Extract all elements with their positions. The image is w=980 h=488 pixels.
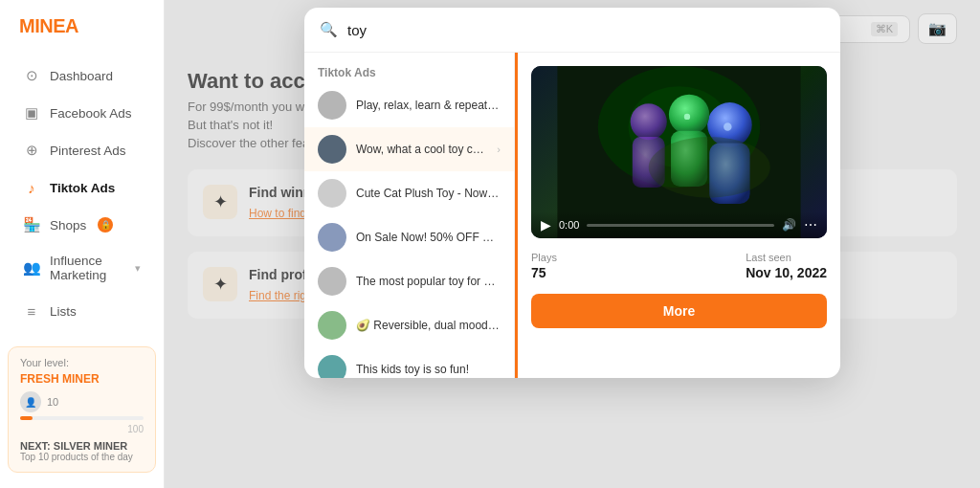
result-avatar — [318, 355, 346, 378]
sidebar-item-influence-marketing[interactable]: 👥 Influence Marketing ▾ — [8, 244, 156, 292]
dashboard-icon: ⊙ — [23, 67, 40, 84]
sidebar-item-label: Dashboard — [50, 69, 113, 83]
xp-fill — [20, 416, 33, 420]
sidebar-item-label: Facebook Ads — [50, 106, 132, 121]
video-more-icon[interactable]: ⋯ — [804, 217, 817, 233]
main-content: 🔍 ⌘K 📷 Want to access Tiktok ac For 99$/… — [165, 0, 980, 488]
sidebar-item-shops[interactable]: 🏪 Shops 🔒 — [8, 207, 156, 243]
svg-point-5 — [724, 122, 731, 130]
plays-col: Plays 75 — [531, 252, 557, 280]
sidebar-item-label: Shops — [50, 218, 86, 233]
pinterest-icon: ⊕ — [23, 142, 40, 159]
result-avatar — [318, 91, 346, 120]
video-progress-bar[interactable] — [587, 224, 774, 227]
result-item[interactable]: The most popular toy for dogs! This is t… — [304, 259, 514, 303]
logo-accent: A — [65, 15, 78, 36]
sidebar-item-label: Tiktok Ads — [50, 181, 115, 195]
result-item[interactable]: This kids toy is so fun! — [304, 347, 514, 378]
dropdown-body: Tiktok Ads Play, relax, learn & repeat. … — [304, 53, 840, 378]
dropdown-preview: ▶ 0:00 🔊 ⋯ Plays 75 Last — [518, 53, 840, 378]
video-controls: ▶ 0:00 🔊 ⋯ — [531, 211, 827, 238]
preview-meta: Plays 75 Last seen Nov 10, 2022 — [531, 252, 827, 280]
user-avatar-row: 👤 10 — [20, 391, 144, 412]
dropdown-search-icon: 🔍 — [320, 21, 338, 38]
next-level: NEXT: SILVER MINER — [20, 440, 144, 452]
xp-range: 100 — [20, 424, 144, 434]
last-seen-label: Last seen — [746, 252, 827, 263]
user-level-card: Your level: FRESH MINER 👤 10 100 NEXT: S… — [8, 346, 156, 473]
sidebar-item-lists[interactable]: ≡ Lists — [8, 293, 156, 329]
svg-point-9 — [631, 103, 667, 140]
shops-icon: 🏪 — [23, 216, 40, 233]
result-text: This kids toy is so fun! — [356, 363, 501, 376]
svg-point-8 — [684, 114, 690, 120]
sidebar-bottom: Your level: FRESH MINER 👤 10 100 NEXT: S… — [0, 335, 164, 488]
logo-text: MINEA — [19, 15, 78, 37]
influence-icon: 👥 — [23, 259, 40, 277]
chevron-right-icon: › — [497, 144, 501, 155]
result-item[interactable]: 🥑 Reversible, dual mood avocado stuffy a… — [304, 303, 514, 347]
sidebar-item-label: Influence Marketing — [50, 254, 125, 282]
dropdown-search-bar: 🔍 — [304, 8, 840, 53]
result-avatar — [318, 311, 346, 340]
result-item[interactable]: Play, relax, learn & repeat. Try new toy… — [304, 83, 514, 127]
user-level-label: Your level: — [20, 357, 144, 368]
tiktok-icon: ♪ — [23, 179, 40, 196]
user-xp: 10 — [47, 396, 58, 408]
result-item[interactable]: Cute Cat Plush Toy - Now Available on Sa… — [304, 171, 514, 215]
result-item[interactable]: Wow, what a cool toy car! I need it in .… — [304, 127, 514, 171]
shops-lock-badge: 🔒 — [98, 217, 113, 233]
result-text: Wow, what a cool toy car! I need it in .… — [356, 143, 487, 156]
avatar: 👤 — [20, 391, 41, 412]
search-dropdown: 🔍 Tiktok Ads Play, relax, learn & repeat… — [304, 8, 840, 378]
sidebar-item-label: Pinterest Ads — [50, 144, 126, 158]
facebook-icon: ▣ — [23, 104, 40, 122]
result-avatar — [318, 223, 346, 252]
plays-value: 75 — [531, 265, 557, 280]
result-avatar — [318, 267, 346, 296]
plays-label: Plays — [531, 252, 557, 263]
volume-icon[interactable]: 🔊 — [782, 218, 796, 232]
sidebar-item-dashboard[interactable]: ⊙ Dashboard — [8, 57, 156, 94]
last-seen-value: Nov 10, 2022 — [746, 265, 827, 280]
lists-icon: ≡ — [23, 302, 40, 320]
preview-video: ▶ 0:00 🔊 ⋯ — [531, 66, 827, 238]
user-level-name: FRESH MINER — [20, 372, 144, 386]
more-button[interactable]: More — [531, 294, 827, 328]
sidebar-item-facebook-ads[interactable]: ▣ Facebook Ads — [8, 95, 156, 131]
dropdown-search-input[interactable] — [347, 22, 825, 38]
chevron-down-icon: ▾ — [135, 262, 141, 275]
logo-main: MINE — [19, 15, 65, 36]
sidebar: MINEA ⊙ Dashboard ▣ Facebook Ads ⊕ Pinte… — [0, 0, 165, 488]
next-level-sub: Top 10 products of the day — [20, 452, 144, 462]
result-text: The most popular toy for dogs! This is t… — [356, 275, 501, 288]
dropdown-results: Tiktok Ads Play, relax, learn & repeat. … — [304, 53, 515, 378]
sidebar-item-label: Lists — [50, 304, 77, 319]
svg-point-11 — [649, 137, 770, 198]
result-avatar — [318, 179, 346, 208]
sidebar-item-pinterest-ads[interactable]: ⊕ Pinterest Ads — [8, 132, 156, 168]
result-text: 🥑 Reversible, dual mood avocado stuffy a… — [356, 319, 501, 332]
last-seen-col: Last seen Nov 10, 2022 — [746, 252, 827, 280]
play-button[interactable]: ▶ — [541, 217, 551, 233]
result-text: On Sale Now! 50% OFF Sale | Free au Ship… — [356, 231, 501, 244]
result-text: Play, relax, learn & repeat. Try new toy… — [356, 99, 501, 112]
sidebar-item-tiktok-ads[interactable]: ♪ Tiktok Ads — [8, 169, 156, 206]
video-time: 0:00 — [559, 219, 579, 231]
result-item[interactable]: On Sale Now! 50% OFF Sale | Free au Ship… — [304, 215, 514, 259]
sidebar-nav: ⊙ Dashboard ▣ Facebook Ads ⊕ Pinterest A… — [0, 53, 164, 335]
result-text: Cute Cat Plush Toy - Now Available on Sa… — [356, 187, 501, 200]
results-section-label: Tiktok Ads — [304, 60, 514, 83]
logo: MINEA — [0, 0, 164, 53]
result-avatar — [318, 135, 346, 164]
xp-bar — [20, 416, 144, 420]
